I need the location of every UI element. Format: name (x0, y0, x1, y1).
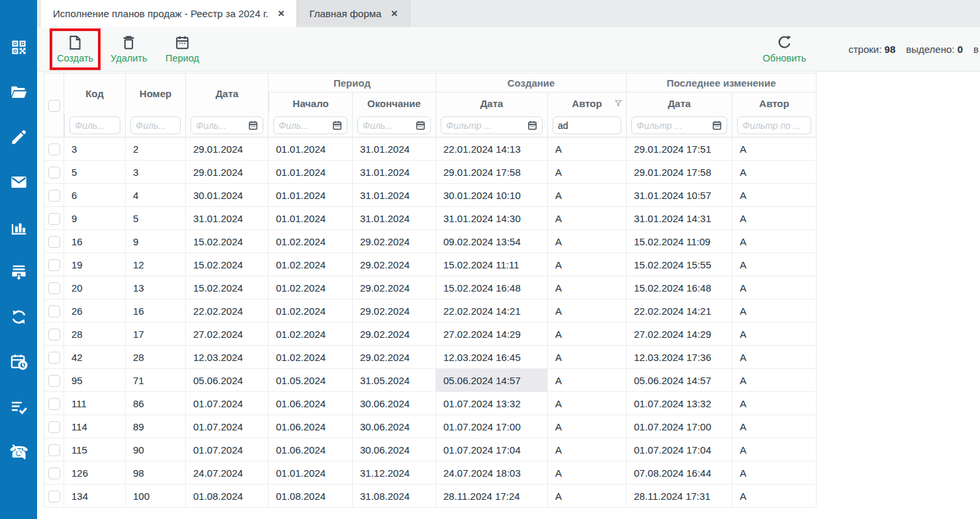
cell-number[interactable]: 13 (126, 276, 186, 299)
cell-period-start[interactable]: 01.05.2024 (269, 369, 353, 392)
cell-period-end[interactable]: 31.01.2024 (353, 184, 436, 207)
cell-period-end[interactable]: 29.02.2024 (353, 230, 436, 253)
cell-date[interactable]: 29.01.2024 (186, 161, 269, 184)
cell-date[interactable]: 05.06.2024 (186, 369, 269, 392)
cell-modified-author[interactable]: A (733, 276, 817, 299)
cell-date[interactable]: 22.02.2024 (186, 299, 269, 323)
table-row[interactable]: 126 98 24.07.2024 01.01.2024 31.12.2024 … (44, 461, 817, 485)
cell-date[interactable]: 29.01.2024 (186, 138, 269, 161)
refresh-button[interactable]: Обновить (759, 31, 811, 67)
cell-period-end[interactable]: 31.08.2024 (353, 485, 436, 508)
table-row[interactable]: 111 86 01.07.2024 01.06.2024 30.06.2024 … (44, 392, 817, 415)
cell-code[interactable]: 126 (64, 461, 126, 485)
cell-modified-author[interactable]: A (733, 184, 817, 207)
filter-input-modified-author[interactable] (742, 120, 806, 131)
row-checkbox[interactable] (48, 352, 60, 364)
cell-period-start[interactable]: 01.02.2024 (269, 230, 353, 253)
filter-input-modified-date[interactable] (637, 120, 709, 131)
table-row[interactable]: 26 16 22.02.2024 01.02.2024 29.02.2024 2… (44, 299, 817, 323)
filter-input-created-author[interactable] (558, 120, 616, 131)
cell-number[interactable]: 98 (126, 461, 186, 485)
cell-modified-date[interactable]: 22.02.2024 14:21 (627, 299, 733, 323)
cell-period-end[interactable]: 29.02.2024 (353, 276, 436, 299)
cell-number[interactable]: 9 (126, 230, 186, 253)
sidebar-item-bar-chart[interactable] (10, 218, 28, 236)
cell-period-start[interactable]: 01.01.2024 (269, 207, 353, 230)
cell-date[interactable]: 15.02.2024 (186, 253, 269, 276)
cell-modified-author[interactable]: A (733, 461, 817, 485)
sidebar-item-pencil[interactable] (10, 128, 28, 146)
tab-sales-plans-register[interactable]: Исполнение планов продаж - Реестр за 202… (41, 0, 296, 27)
cell-number[interactable]: 90 (126, 438, 186, 461)
cell-period-end[interactable]: 31.01.2024 (353, 138, 436, 161)
cell-period-end[interactable]: 31.01.2024 (353, 161, 436, 184)
cell-date[interactable]: 01.08.2024 (186, 485, 269, 508)
cell-number[interactable]: 4 (126, 184, 186, 207)
cell-date[interactable]: 30.01.2024 (186, 184, 269, 207)
cell-period-start[interactable]: 01.02.2024 (269, 299, 353, 323)
cell-date[interactable]: 27.02.2024 (186, 323, 269, 346)
delete-button[interactable]: Удалить (107, 31, 151, 67)
cell-created-author[interactable]: A (548, 253, 627, 276)
cell-modified-author[interactable]: A (733, 138, 817, 161)
close-icon[interactable]: ✕ (278, 9, 285, 19)
row-checkbox[interactable] (48, 467, 60, 479)
filter-input-period-start[interactable] (279, 120, 329, 131)
row-checkbox[interactable] (48, 444, 60, 456)
table-row[interactable]: 6 4 30.01.2024 01.01.2024 31.01.2024 30.… (44, 184, 817, 207)
cell-created-author[interactable]: A (548, 323, 627, 346)
create-button[interactable]: Создать (53, 31, 97, 67)
row-checkbox[interactable] (48, 421, 60, 433)
cell-period-start[interactable]: 01.02.2024 (269, 276, 353, 299)
row-checkbox[interactable] (48, 143, 60, 155)
cell-modified-author[interactable]: A (733, 299, 817, 323)
cell-date[interactable]: 01.07.2024 (186, 392, 269, 415)
table-row[interactable]: 28 17 27.02.2024 01.02.2024 29.02.2024 2… (44, 323, 817, 346)
cell-created-author[interactable]: A (548, 276, 627, 299)
cell-number[interactable]: 12 (126, 253, 186, 276)
cell-modified-author[interactable]: A (733, 438, 817, 461)
cell-created-author[interactable]: A (548, 485, 627, 508)
cell-period-start[interactable]: 01.01.2024 (269, 138, 353, 161)
cell-modified-date[interactable]: 15.02.2024 15:55 (627, 253, 733, 276)
cell-code[interactable]: 28 (64, 323, 126, 346)
column-header-number[interactable]: Номер (126, 73, 186, 114)
cell-code[interactable]: 134 (64, 485, 126, 508)
cell-modified-author[interactable]: A (733, 415, 817, 438)
cell-modified-date[interactable]: 31.01.2024 14:31 (627, 207, 733, 230)
column-header-modified-author[interactable]: Автор (733, 93, 817, 114)
table-row[interactable]: 114 89 01.07.2024 01.06.2024 30.06.2024 … (44, 415, 817, 438)
cell-date[interactable]: 15.02.2024 (186, 276, 269, 299)
cell-number[interactable]: 16 (126, 299, 186, 323)
cell-code[interactable]: 16 (64, 230, 126, 253)
cell-modified-date[interactable]: 31.01.2024 10:57 (627, 184, 733, 207)
row-checkbox[interactable] (48, 167, 60, 179)
cell-created-author[interactable]: A (548, 207, 627, 230)
cell-period-start[interactable]: 01.02.2024 (269, 253, 353, 276)
cell-modified-date[interactable]: 28.11.2024 17:31 (627, 485, 733, 508)
table-row[interactable]: 115 90 01.07.2024 01.06.2024 30.06.2024 … (44, 438, 817, 461)
sidebar-item-qr-code[interactable] (10, 38, 28, 56)
sidebar-item-folder-open[interactable] (10, 83, 28, 101)
cell-code[interactable]: 3 (64, 138, 126, 161)
cell-period-start[interactable]: 01.02.2024 (269, 323, 353, 346)
cell-created-date[interactable]: 01.07.2024 17:04 (436, 438, 548, 461)
cell-date[interactable]: 01.07.2024 (186, 415, 269, 438)
cell-created-author[interactable]: A (548, 438, 627, 461)
calendar-picker-icon[interactable] (248, 120, 258, 130)
close-icon[interactable]: ✕ (390, 9, 398, 19)
cell-date[interactable]: 15.02.2024 (186, 230, 269, 253)
cell-period-end[interactable]: 30.06.2024 (353, 415, 436, 438)
calendar-picker-icon[interactable] (712, 120, 722, 130)
table-row[interactable]: 42 28 12.03.2024 01.02.2024 29.02.2024 1… (44, 346, 817, 369)
tab-main-form[interactable]: Главная форма ✕ (296, 0, 410, 27)
cell-created-date[interactable]: 12.03.2024 16:45 (436, 346, 548, 369)
cell-number[interactable]: 28 (126, 346, 186, 369)
cell-created-date[interactable]: 31.01.2024 14:30 (436, 207, 548, 230)
cell-number[interactable]: 100 (126, 485, 186, 508)
cell-created-author[interactable]: A (548, 184, 627, 207)
cell-period-start[interactable]: 01.06.2024 (269, 438, 353, 461)
table-row[interactable]: 5 3 29.01.2024 01.01.2024 31.01.2024 29.… (44, 161, 817, 184)
column-header-period-end[interactable]: Окончание (353, 93, 436, 114)
cell-code[interactable]: 6 (64, 184, 126, 207)
